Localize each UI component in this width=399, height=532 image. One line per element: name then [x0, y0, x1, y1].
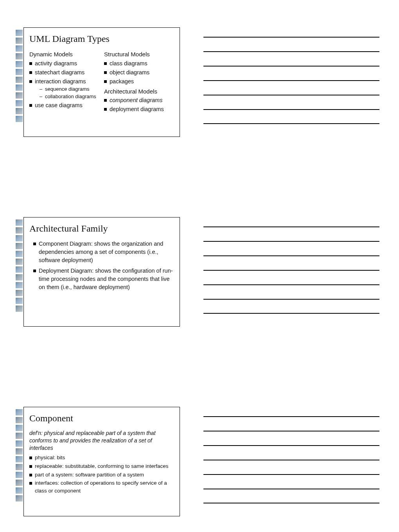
- note-line: [203, 123, 379, 124]
- note-line: [203, 66, 379, 66]
- slide-2: Architectural Family Component Diagram: …: [16, 217, 180, 327]
- note-line: [203, 445, 379, 446]
- slide-frame: UML Diagram Types Dynamic Models activit…: [23, 27, 180, 137]
- notes-lines: [203, 407, 379, 516]
- slide1-right-col: Structural Models class diagrams object …: [104, 50, 173, 115]
- slide-frame: Component def'n: physical and replaceabl…: [23, 407, 180, 516]
- slide-title: Component: [29, 413, 173, 424]
- note-line: [203, 51, 379, 52]
- note-line: [203, 313, 379, 314]
- note-line: [203, 460, 379, 460]
- slide-body: Dynamic Models activity diagrams statech…: [29, 50, 173, 115]
- definition-text: def'n: physical and replaceable part of …: [29, 430, 173, 452]
- slide-decoration: [16, 407, 23, 516]
- note-line: [203, 270, 379, 271]
- bullet-item: interaction diagrams sequence diagrams c…: [29, 77, 99, 101]
- bullet-item: physical: bits: [29, 454, 173, 462]
- bullet-item: activity diagrams: [29, 59, 99, 68]
- note-line: [203, 255, 379, 256]
- note-line: [203, 489, 379, 489]
- note-line: [203, 299, 379, 300]
- note-line: [203, 241, 379, 242]
- subbullet-item: collaboration diagrams: [35, 93, 99, 101]
- bullet-item: class diagrams: [104, 59, 173, 68]
- note-line: [203, 80, 379, 81]
- col-heading: Architectural Models: [104, 87, 173, 96]
- bullet-item: packages: [104, 77, 173, 86]
- note-line: [203, 226, 379, 227]
- slide-3: Component def'n: physical and replaceabl…: [16, 407, 180, 516]
- slide-frame: Architectural Family Component Diagram: …: [23, 217, 180, 327]
- note-line: [203, 284, 379, 285]
- notes-lines: [203, 217, 379, 327]
- slide-title: UML Diagram Types: [29, 33, 173, 45]
- slide-body: def'n: physical and replaceable part of …: [29, 430, 173, 494]
- slide-decoration: [16, 27, 23, 137]
- handout-row: Component def'n: physical and replaceabl…: [16, 407, 379, 516]
- bullet-item: object diagrams: [104, 68, 173, 77]
- bullet-item: Component Diagram: shows the organizatio…: [33, 240, 173, 264]
- slide1-left-col: Dynamic Models activity diagrams statech…: [29, 50, 99, 115]
- bullet-item: statechart diagrams: [29, 68, 99, 77]
- bullet-item: interfaces: collection of operations to …: [29, 479, 173, 494]
- note-line: [203, 37, 379, 38]
- bullet-item: component diagrams: [104, 96, 173, 104]
- col-heading: Dynamic Models: [29, 50, 99, 59]
- note-line: [203, 474, 379, 475]
- bullet-item: use case diagrams: [29, 101, 99, 110]
- bullet-item: Deployment Diagram: shows the configurat…: [33, 267, 173, 291]
- slide-title: Architectural Family: [29, 223, 173, 234]
- slide-1: UML Diagram Types Dynamic Models activit…: [16, 27, 180, 137]
- note-line: [203, 416, 379, 417]
- handout-row: UML Diagram Types Dynamic Models activit…: [16, 27, 379, 137]
- bullet-item: deployment diagrams: [104, 105, 173, 113]
- subbullet-item: sequence diagrams: [35, 86, 99, 93]
- bullet-item: part of a system: software partition of …: [29, 471, 173, 479]
- col-heading: Structural Models: [104, 50, 173, 59]
- handout-row: Architectural Family Component Diagram: …: [16, 217, 379, 327]
- notes-lines: [203, 27, 379, 137]
- bullet-item: replaceable: substitutable, conforming t…: [29, 462, 173, 470]
- note-line: [203, 95, 379, 95]
- slide-body: Component Diagram: shows the organizatio…: [29, 240, 173, 291]
- note-line: [203, 503, 379, 503]
- slide-decoration: [16, 217, 23, 327]
- note-line: [203, 109, 379, 110]
- note-line: [203, 431, 379, 431]
